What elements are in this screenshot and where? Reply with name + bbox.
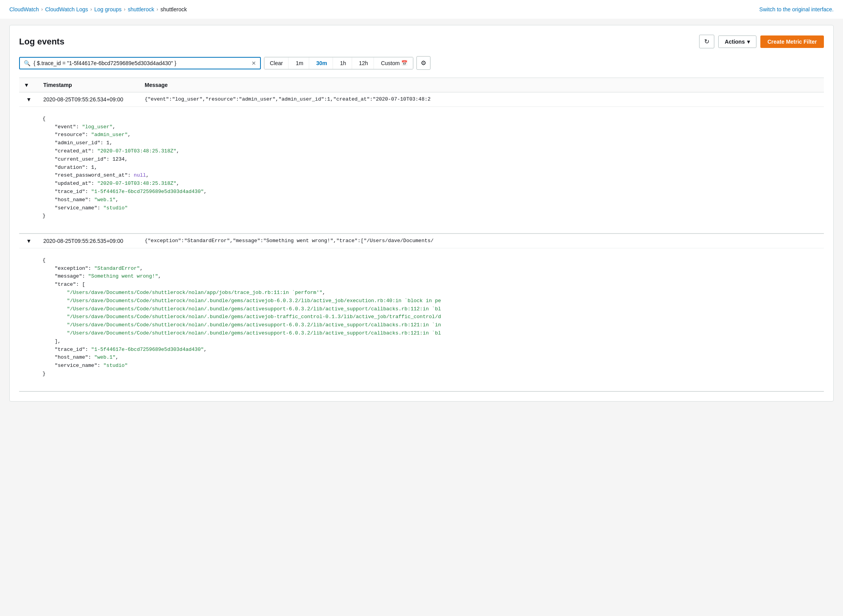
actions-label: Actions [725, 39, 745, 45]
clear-icon[interactable]: ✕ [251, 60, 256, 66]
breadcrumb-shuttlerock-1[interactable]: shuttlerock [128, 6, 154, 12]
row-expand-toggle-2[interactable] [19, 234, 39, 248]
breadcrumb-cloudwatch-logs[interactable]: CloudWatch Logs [45, 6, 88, 12]
sort-arrow-icon: ▼ [24, 82, 29, 88]
json-block-1: { "event": "log_user", "resource": "admi… [43, 107, 819, 228]
row-timestamp-2: 2020-08-25T09:55:26.535+09:00 [39, 234, 140, 248]
row-message-preview-2: {"exception":"StandardError","message":"… [140, 234, 824, 248]
breadcrumb-log-groups[interactable]: Log groups [94, 6, 122, 12]
header-actions: ↻ Actions ▾ Create Metric Filter [699, 35, 824, 48]
breadcrumb-sep-2: › [90, 7, 92, 12]
search-box: 🔍 ✕ [19, 57, 261, 69]
col-header-arrow: ▼ [19, 78, 39, 92]
search-icon: 🔍 [24, 60, 30, 66]
header-row: Log events ↻ Actions ▾ Create Metric Fil… [19, 35, 824, 48]
create-metric-filter-button[interactable]: Create Metric Filter [760, 35, 824, 48]
log-table: ▼ Timestamp Message 2020-08-25T09:55:26.… [19, 78, 824, 392]
refresh-icon: ↻ [704, 38, 709, 45]
switch-interface-link[interactable]: Switch to the original interface. [759, 6, 834, 12]
breadcrumb-sep-1: › [41, 7, 43, 12]
breadcrumb-sep-3: › [124, 7, 126, 12]
time-custom-button[interactable]: Custom 📅 [375, 57, 413, 69]
breadcrumb-nav: CloudWatch › CloudWatch Logs › Log group… [9, 6, 187, 12]
log-detail-content-1: { "event": "log_user", "resource": "admi… [19, 107, 824, 234]
gear-icon: ⚙ [421, 59, 426, 67]
custom-label: Custom [381, 60, 400, 66]
chevron-down-icon: ▾ [747, 39, 750, 45]
breadcrumb-cloudwatch[interactable]: CloudWatch [9, 6, 39, 12]
col-header-timestamp: Timestamp [39, 78, 140, 92]
time-1m-button[interactable]: 1m [290, 57, 309, 69]
refresh-button[interactable]: ↻ [699, 35, 714, 48]
settings-button[interactable]: ⚙ [416, 56, 430, 70]
breadcrumb-sep-4: › [157, 7, 158, 12]
calendar-icon: 📅 [401, 60, 407, 66]
actions-button[interactable]: Actions ▾ [718, 35, 756, 48]
time-30m-button[interactable]: 30m [311, 57, 333, 69]
chevron-down-icon [26, 96, 32, 103]
log-detail-row-2: { "exception": "StandardError", "message… [19, 248, 824, 391]
time-12h-button[interactable]: 12h [354, 57, 374, 69]
time-1h-button[interactable]: 1h [335, 57, 352, 69]
row-timestamp-1: 2020-08-25T09:55:26.534+09:00 [39, 92, 140, 107]
main-container: Log events ↻ Actions ▾ Create Metric Fil… [9, 25, 834, 402]
table-row: 2020-08-25T09:55:26.534+09:00 {"event":"… [19, 92, 824, 107]
time-controls: Clear 1m 30m 1h 12h Custom 📅 [264, 57, 413, 69]
table-row: 2020-08-25T09:55:26.535+09:00 {"exceptio… [19, 234, 824, 248]
breadcrumb: CloudWatch › CloudWatch Logs › Log group… [0, 0, 843, 19]
chevron-down-icon [26, 238, 32, 244]
json-block-2: { "exception": "StandardError", "message… [43, 248, 819, 386]
row-expand-toggle-1[interactable] [19, 92, 39, 107]
page-title: Log events [19, 37, 64, 47]
time-clear-button[interactable]: Clear [264, 57, 289, 69]
breadcrumb-current: shuttlerock [161, 6, 187, 12]
col-header-message: Message [140, 78, 824, 92]
search-input[interactable] [34, 60, 248, 66]
filter-bar: 🔍 ✕ Clear 1m 30m 1h 12h Custom 📅 ⚙ [19, 56, 824, 70]
row-message-preview-1: {"event":"log_user","resource":"admin_us… [140, 92, 824, 107]
log-detail-content-2: { "exception": "StandardError", "message… [19, 248, 824, 391]
log-detail-row-1: { "event": "log_user", "resource": "admi… [19, 107, 824, 234]
